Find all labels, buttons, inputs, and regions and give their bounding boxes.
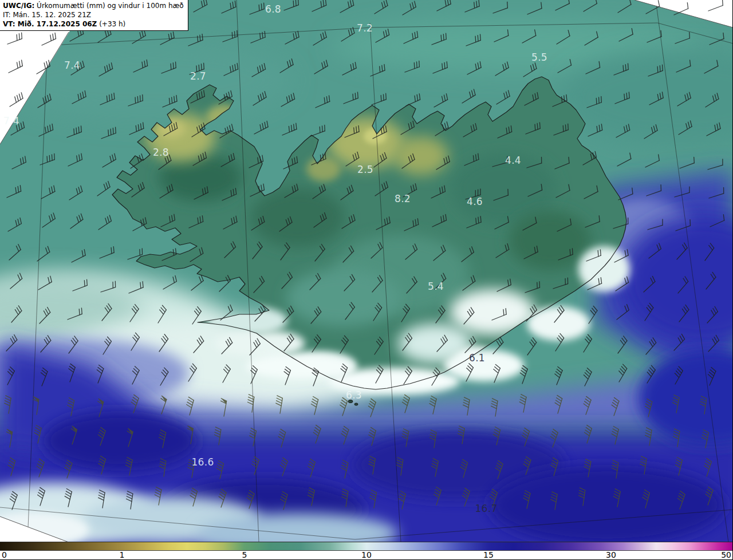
colorbar-tick-label: 10 (361, 551, 372, 559)
precipitation-colorbar (0, 542, 733, 551)
colorbar-tick-label: 1 (120, 551, 125, 559)
map-init-time: IT: Mán. 15. 12. 2025 21Z (3, 10, 184, 19)
colorbar-tick-label: 0 (2, 551, 7, 559)
map-title-line1: UWC/IG: Úrkomumætti (mm) og vindur i 100… (3, 1, 184, 10)
colorbar-tick-label: 50 (721, 551, 731, 559)
map-valid-time: VT: Mið. 17.12.2025 06Z (+33 h) (3, 19, 184, 29)
colorbar-tick-label: 15 (483, 551, 494, 559)
colorbar-tick-label: 30 (606, 551, 616, 559)
colorbar-tick-label: 5 (242, 551, 247, 559)
map-title-box: UWC/IG: Úrkomumætti (mm) og vindur i 100… (0, 0, 188, 31)
weather-map-screenshot: UWC/IG: Úrkomumætti (mm) og vindur i 100… (0, 0, 733, 560)
model-name-label: UWC/IG: (3, 2, 34, 10)
colorbar-tick-labels: 01510153050 (0, 551, 733, 560)
precipitation-wind-map-canvas (0, 0, 733, 542)
